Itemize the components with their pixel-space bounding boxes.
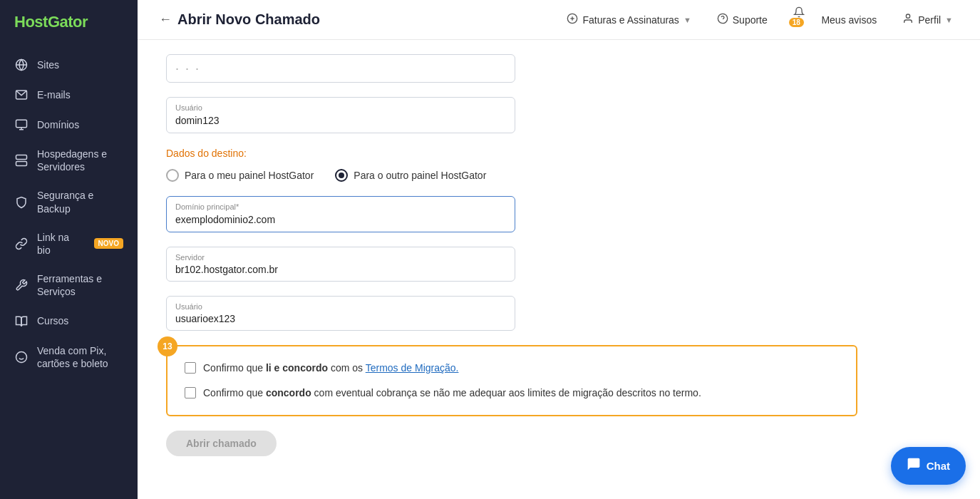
brand-name-part2: Gator [48,13,88,31]
scroll-indicator-field: · · · [166,54,515,83]
usuario-destino-label: Usuário [175,302,506,311]
back-button[interactable]: ← Abrir Novo Chamado [159,11,320,28]
sidebar-item-emails[interactable]: E-mails [0,80,138,110]
submit-button[interactable]: Abrir chamado [166,431,277,456]
perfil-chevron-icon: ▼ [945,16,953,24]
usuario-origem-input[interactable] [175,115,506,126]
sidebar-item-sites[interactable]: Sites [0,50,138,80]
mail-icon [14,88,29,102]
servidor-label: Servidor [175,253,506,262]
svg-point-10 [16,351,27,362]
sidebar-item-ferramentas-label: Ferramentas e Serviços [37,272,123,298]
user-icon [902,13,914,27]
back-arrow-icon: ← [159,12,172,27]
chat-button[interactable]: Chat [891,447,966,485]
svg-rect-3 [16,120,27,128]
sidebar-item-venda-label: Venda com Pix, cartões e boleto [37,344,123,370]
avisos-menu[interactable]: 18 Meus avisos [788,2,882,38]
bell-icon: 18 [793,6,817,34]
radio-outro-painel[interactable]: Para o outro painel HostGator [335,169,486,182]
sidebar-item-sites-label: Sites [37,58,123,71]
page-content: · · · Usuário Dados do destino: Para o m… [138,40,980,499]
svg-rect-7 [16,162,27,166]
globe-icon [14,58,29,72]
sidebar-item-seguranca-label: Segurança e Backup [37,189,123,215]
usuario-destino-value: usuarioex123 [175,313,506,324]
termos-link[interactable]: Termos de Migração. [366,362,459,374]
dominio-input[interactable] [175,214,506,225]
checkbox-row-2: Confirmo que concordo com eventual cobra… [185,386,839,401]
brand-logo[interactable]: HostGator [0,0,138,44]
svg-rect-6 [16,155,27,160]
checkbox-2[interactable] [185,387,196,398]
sidebar: HostGator Sites E-mails Domínios [0,0,138,499]
dominio-group: Domínio principal* [166,196,951,232]
faturas-label: Faturas e Assinaturas [582,14,679,26]
avisos-label: Meus avisos [821,14,877,26]
sidebar-item-emails-label: E-mails [37,88,123,101]
radio-group-destino: Para o meu painel HostGator Para o outro… [166,169,951,182]
step-badge: 13 [158,336,177,356]
radio-meu-painel[interactable]: Para o meu painel HostGator [166,169,314,182]
sidebar-item-cursos-label: Cursos [37,314,123,327]
checkbox-2-text: Confirmo que concordo com eventual cobra… [203,386,701,401]
usuario-origem-label: Usuário [175,103,506,112]
novo-badge: NOVO [94,238,123,249]
sidebar-item-hospedagens[interactable]: Hospedagens e Servidores [0,140,138,181]
domain-icon [14,118,29,132]
faturas-menu[interactable]: Faturas e Assinaturas ▼ [561,9,696,31]
link-icon [14,237,29,251]
suporte-label: Suporte [733,14,768,26]
sidebar-item-dominios-label: Domínios [37,118,123,131]
sidebar-item-cursos[interactable]: Cursos [0,307,138,336]
usuario-destino-field: Usuário usuarioex123 [166,296,515,331]
usuario-destino-group: Usuário usuarioex123 [166,296,951,331]
book-icon [14,314,29,329]
pix-icon [14,350,29,364]
page-title: Abrir Novo Chamado [177,11,320,28]
radio-outro-painel-circle [335,169,348,182]
sidebar-item-hospedagens-label: Hospedagens e Servidores [37,148,123,173]
usuario-origem-field: Usuário [166,97,515,133]
dominio-label: Domínio principal* [175,202,506,211]
checkbox-1[interactable] [185,362,196,374]
svg-point-18 [907,14,910,18]
faturas-chevron-icon: ▼ [684,16,691,24]
sidebar-nav: Sites E-mails Domínios Hospedagens e Ser… [0,44,138,499]
suporte-menu[interactable]: Suporte [711,9,773,31]
chat-bubble-icon [907,457,921,475]
checkbox-row-1: Confirmo que li e concordo com os Termos… [185,361,839,376]
sidebar-item-venda[interactable]: Venda com Pix, cartões e boleto [0,336,138,378]
servidor-field: Servidor br102.hostgator.com.br [166,247,515,282]
radio-outro-painel-label: Para o outro painel HostGator [354,170,486,181]
perfil-menu[interactable]: Perfil ▼ [897,9,959,31]
dominio-field: Domínio principal* [166,196,515,232]
notif-count-badge: 18 [789,18,804,27]
checkbox-section: 13 Confirmo que li e concordo com os Ter… [166,345,857,416]
sidebar-item-dominios[interactable]: Domínios [0,110,138,140]
usuario-origem-group: Usuário [166,97,951,133]
tools-icon [14,278,29,292]
shield-icon [14,195,29,210]
sidebar-item-link-label: Link na bio [37,231,84,257]
checkbox-1-text: Confirmo que li e concordo com os Termos… [203,361,458,376]
sidebar-item-link[interactable]: Link na bio NOVO [0,223,138,264]
perfil-label: Perfil [918,14,941,26]
topnav: ← Abrir Novo Chamado Faturas e Assinatur… [138,0,980,40]
radio-meu-painel-circle [166,169,179,182]
servidor-value: br102.hostgator.com.br [175,264,506,275]
server-icon [14,153,29,168]
sidebar-item-ferramentas[interactable]: Ferramentas e Serviços [0,264,138,306]
dados-destino-label: Dados do destino: [166,148,951,159]
sidebar-item-seguranca[interactable]: Segurança e Backup [0,181,138,222]
main-content: ← Abrir Novo Chamado Faturas e Assinatur… [138,0,980,499]
dollar-circle-icon [567,13,578,27]
question-circle-icon [717,13,728,27]
brand-name-part1: Host [14,13,48,31]
servidor-group: Servidor br102.hostgator.com.br [166,247,951,282]
chat-label: Chat [927,460,950,472]
radio-meu-painel-label: Para o meu painel HostGator [185,170,314,181]
